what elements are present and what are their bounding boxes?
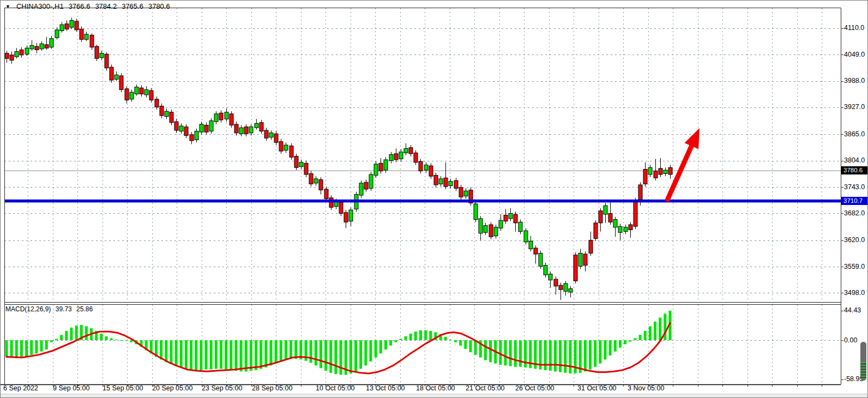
scroll-indicator-handle (860, 342, 866, 362)
price-tick-label: 3804.0 (844, 156, 865, 164)
price-tick-label: 3927.0 (844, 103, 865, 111)
price-chart-plot[interactable] (1, 1, 868, 398)
time-tick-label: 26 Oct 05:00 (515, 384, 554, 392)
symbol-period-label: CHINA300-,H1 (16, 2, 64, 10)
price-tick-label: 3988.0 (844, 77, 865, 85)
chart-header: ▼ CHINA300-,H1 3766.6 3784.2 3765.6 3780… (5, 2, 170, 10)
scroll-indicator-stripes (860, 362, 866, 381)
time-tick-label: 3 Nov 05:00 (628, 384, 664, 392)
symbol-dropdown-icon: ▼ (5, 4, 10, 9)
macd-main-value: 39.73 (56, 305, 72, 313)
time-tick-label: 18 Oct 05:00 (416, 384, 455, 392)
status-strip (1, 394, 868, 398)
price-tick-label: 3620.0 (844, 236, 865, 244)
time-tick-label: 23 Sep 05:00 (202, 384, 242, 392)
candles (5, 18, 672, 300)
time-tick-label: 13 Oct 05:00 (366, 384, 405, 392)
time-tick-label: 21 Oct 05:00 (466, 384, 505, 392)
price-tick-label: 4110.0 (844, 24, 864, 32)
price-tick-label: 3559.0 (844, 263, 865, 270)
trend-arrow-annotation[interactable] (667, 128, 700, 201)
macd-indicator-label: MACD(12,26,9) 39.73 25.86 (5, 305, 95, 313)
price-tick-label: 4049.0 (844, 51, 865, 58)
time-tick-label: 28 Sep 05:00 (252, 384, 292, 392)
open-value: 3766.6 (69, 2, 91, 10)
close-value: 3780.6 (148, 2, 170, 10)
high-value: 3784.2 (95, 2, 117, 10)
price-tick-label: 3865.0 (844, 130, 865, 138)
macd-signal-value: 25.86 (76, 305, 93, 313)
scroll-indicator[interactable] (860, 342, 866, 381)
time-tick-label: 10 Oct 05:00 (316, 384, 355, 392)
price-tick-label: 3743.0 (844, 183, 865, 191)
chart-window: ▼ CHINA300-,H1 3766.6 3784.2 3765.6 3780… (0, 0, 868, 398)
macd-tick-label: 0.00 (844, 336, 857, 344)
hline-price-label: 3710.7 (841, 197, 868, 205)
time-tick-label: 9 Sep 05:00 (53, 384, 89, 392)
time-tick-label: 6 Sep 2022 (3, 384, 38, 392)
time-tick-label: 15 Sep 05:00 (103, 384, 143, 392)
macd-tick-label: 44.43 (844, 306, 861, 314)
price-tick-label: 3682.0 (844, 209, 865, 217)
time-tick-label: 31 Oct 05:00 (577, 384, 617, 392)
current-price-label: 3780.6 (841, 166, 868, 174)
price-tick-label: 3498.0 (844, 289, 865, 297)
low-value: 3765.6 (122, 2, 143, 10)
macd-name: MACD(12,26,9) (5, 305, 51, 313)
time-tick-label: 20 Sep 05:00 (152, 384, 192, 392)
